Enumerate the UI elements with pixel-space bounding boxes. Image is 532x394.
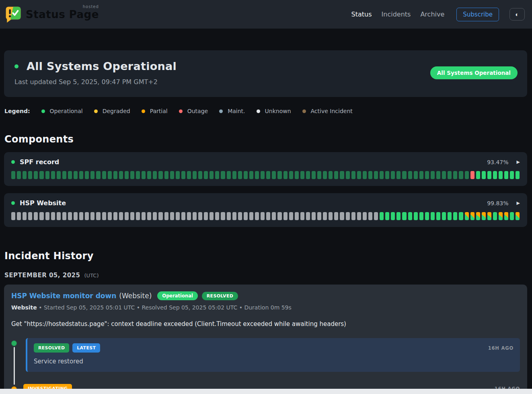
uptime-bar-muted[interactable] xyxy=(300,171,304,179)
uptime-bar-muted[interactable] xyxy=(459,171,463,179)
uptime-bar-operational[interactable] xyxy=(396,212,401,220)
uptime-bar-nodata[interactable] xyxy=(238,212,242,220)
uptime-bar-muted[interactable] xyxy=(34,171,38,179)
uptime-bar-nodata[interactable] xyxy=(368,212,372,220)
uptime-bar-muted[interactable] xyxy=(396,171,401,179)
expand-arrow-icon[interactable]: ▶ xyxy=(517,200,520,206)
uptime-bar-muted[interactable] xyxy=(261,171,265,179)
uptime-bar-muted[interactable] xyxy=(442,171,446,179)
uptime-bar-muted[interactable] xyxy=(380,171,384,179)
uptime-bar-nodata[interactable] xyxy=(51,212,55,220)
uptime-bar-nodata[interactable] xyxy=(62,212,66,220)
uptime-bar-muted[interactable] xyxy=(210,171,214,179)
uptime-bar-muted[interactable] xyxy=(272,171,276,179)
uptime-bar-nodata[interactable] xyxy=(102,212,106,220)
uptime-bar-nodata[interactable] xyxy=(23,212,27,220)
uptime-bar-muted[interactable] xyxy=(164,171,168,179)
uptime-bar-nodata[interactable] xyxy=(312,212,316,220)
uptime-bar-muted[interactable] xyxy=(57,171,61,179)
uptime-bar-nodata[interactable] xyxy=(153,212,157,220)
uptime-bar-nodata[interactable] xyxy=(68,212,72,220)
uptime-bar-nodata[interactable] xyxy=(357,212,361,220)
uptime-bar-nodata[interactable] xyxy=(306,212,310,220)
uptime-bar-operational[interactable] xyxy=(459,212,463,220)
uptime-bar-muted[interactable] xyxy=(363,171,367,179)
uptime-bar-muted[interactable] xyxy=(357,171,361,179)
uptime-bar-muted[interactable] xyxy=(130,171,134,179)
uptime-bar-operational[interactable] xyxy=(408,212,412,220)
uptime-bar-nodata[interactable] xyxy=(346,212,350,220)
uptime-bar-operational[interactable] xyxy=(516,171,520,179)
uptime-bar-operational[interactable] xyxy=(510,171,514,179)
uptime-bar-muted[interactable] xyxy=(119,171,123,179)
uptime-bar-nodata[interactable] xyxy=(300,212,304,220)
uptime-bar-nodata[interactable] xyxy=(193,212,197,220)
uptime-bar-muted[interactable] xyxy=(23,171,27,179)
uptime-bar-muted[interactable] xyxy=(238,171,242,179)
uptime-bar-nodata[interactable] xyxy=(181,212,185,220)
uptime-bar-muted[interactable] xyxy=(289,171,293,179)
uptime-bar-muted[interactable] xyxy=(334,171,338,179)
uptime-bar-muted[interactable] xyxy=(329,171,333,179)
uptime-bar-muted[interactable] xyxy=(283,171,288,179)
uptime-bar-muted[interactable] xyxy=(448,171,452,179)
uptime-bar-muted[interactable] xyxy=(113,171,117,179)
subscribe-button[interactable]: Subscribe xyxy=(456,8,499,21)
uptime-bar-muted[interactable] xyxy=(198,171,202,179)
uptime-bar-nodata[interactable] xyxy=(272,212,276,220)
uptime-bar-muted[interactable] xyxy=(277,171,281,179)
uptime-bar-nodata[interactable] xyxy=(147,212,151,220)
nav-status[interactable]: Status xyxy=(351,10,372,18)
uptime-bar-muted[interactable] xyxy=(249,171,253,179)
uptime-bar-muted[interactable] xyxy=(51,171,55,179)
uptime-bar-operational[interactable] xyxy=(391,212,395,220)
uptime-bar-muted[interactable] xyxy=(374,171,378,179)
uptime-bar-muted[interactable] xyxy=(465,171,469,179)
uptime-bar-muted[interactable] xyxy=(102,171,106,179)
expand-arrow-icon[interactable]: ▶ xyxy=(517,159,520,165)
uptime-bar-operational[interactable] xyxy=(482,171,486,179)
uptime-bar-nodata[interactable] xyxy=(130,212,134,220)
uptime-bar-muted[interactable] xyxy=(368,171,372,179)
uptime-bar-nodata[interactable] xyxy=(96,212,100,220)
uptime-bar-degraded[interactable] xyxy=(482,212,486,220)
uptime-bar-muted[interactable] xyxy=(142,171,146,179)
uptime-bar-muted[interactable] xyxy=(17,171,21,179)
uptime-bar-nodata[interactable] xyxy=(351,212,355,220)
uptime-bar-muted[interactable] xyxy=(136,171,140,179)
uptime-bar-operational[interactable] xyxy=(431,212,435,220)
uptime-bar-nodata[interactable] xyxy=(28,212,32,220)
uptime-bar-operational[interactable] xyxy=(380,212,384,220)
uptime-bar-muted[interactable] xyxy=(244,171,248,179)
uptime-bar-nodata[interactable] xyxy=(198,212,202,220)
uptime-bar-nodata[interactable] xyxy=(277,212,281,220)
uptime-bar-nodata[interactable] xyxy=(119,212,123,220)
uptime-bar-nodata[interactable] xyxy=(108,212,112,220)
uptime-bar-nodata[interactable] xyxy=(334,212,338,220)
uptime-bar-degraded[interactable] xyxy=(465,212,469,220)
uptime-bar-muted[interactable] xyxy=(181,171,185,179)
uptime-bar-nodata[interactable] xyxy=(215,212,219,220)
uptime-bar-operational[interactable] xyxy=(385,212,389,220)
uptime-bar-muted[interactable] xyxy=(170,171,174,179)
uptime-bar-muted[interactable] xyxy=(323,171,327,179)
uptime-bar-nodata[interactable] xyxy=(125,212,129,220)
uptime-bar-muted[interactable] xyxy=(266,171,270,179)
uptime-bar-nodata[interactable] xyxy=(113,212,117,220)
uptime-bar-nodata[interactable] xyxy=(266,212,270,220)
uptime-bar-muted[interactable] xyxy=(419,171,423,179)
uptime-bar-operational[interactable] xyxy=(425,212,429,220)
uptime-bar-nodata[interactable] xyxy=(39,212,43,220)
uptime-bar-muted[interactable] xyxy=(215,171,219,179)
uptime-bar-nodata[interactable] xyxy=(164,212,168,220)
uptime-bar-muted[interactable] xyxy=(85,171,89,179)
uptime-bar-muted[interactable] xyxy=(158,171,162,179)
uptime-bar-muted[interactable] xyxy=(153,171,157,179)
uptime-bar-muted[interactable] xyxy=(193,171,197,179)
uptime-bar-operational[interactable] xyxy=(504,171,508,179)
incident-title-link[interactable]: HSP Website monitor down xyxy=(11,292,116,300)
uptime-bar-muted[interactable] xyxy=(62,171,66,179)
uptime-bar-nodata[interactable] xyxy=(170,212,174,220)
uptime-bar-muted[interactable] xyxy=(340,171,344,179)
uptime-bar-muted[interactable] xyxy=(317,171,321,179)
